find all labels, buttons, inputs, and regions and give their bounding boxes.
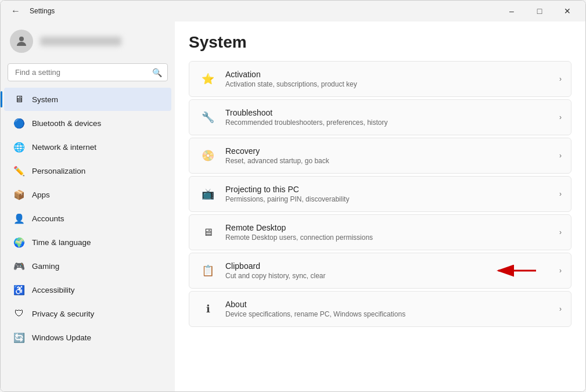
titlebar: ← Settings – □ ✕ [1,1,585,21]
search-box[interactable]: 🔍 [8,63,168,81]
nav-label-time: Time & language [32,238,91,247]
settings-item-activation[interactable]: ⭐ Activation Activation state, subscript… [189,61,571,97]
recovery-chevron: › [559,152,562,160]
search-icon: 🔍 [152,68,162,77]
projecting-desc: Permissions, pairing PIN, discoverabilit… [225,195,551,203]
nav-label-bluetooth: Bluetooth & devices [32,119,101,128]
remotedesktop-text: Remote Desktop Remote Desktop users, con… [225,223,551,242]
recovery-icon: 📀 [199,146,217,165]
troubleshoot-desc: Recommended troubleshooters, preferences… [225,118,551,127]
apps-icon: 📦 [13,189,25,200]
sidebar-item-apps[interactable]: 📦 Apps [4,183,171,206]
nav-list: 🖥 System 🔵 Bluetooth & devices 🌐 Network… [1,87,175,350]
settings-item-about[interactable]: ℹ About Device specifications, rename PC… [189,291,571,327]
sidebar-item-update[interactable]: 🔄 Windows Update [4,326,171,349]
clipboard-desc: Cut and copy history, sync, clear [225,272,551,280]
troubleshoot-chevron: › [559,113,562,121]
clipboard-icon: 📋 [199,261,217,280]
about-text: About Device specifications, rename PC, … [225,300,551,318]
clipboard-title: Clipboard [225,261,551,271]
sidebar-item-personalization[interactable]: ✏️ Personalization [4,159,171,182]
about-title: About [225,300,551,309]
page-title: System [189,33,571,52]
privacy-icon: 🛡 [13,308,25,319]
troubleshoot-title: Troubleshoot [225,108,551,117]
about-desc: Device specifications, rename PC, Window… [225,310,551,318]
accounts-icon: 👤 [13,213,25,224]
projecting-title: Projecting to this PC [225,185,551,194]
sidebar-item-accounts[interactable]: 👤 Accounts [4,207,171,230]
recovery-desc: Reset, advanced startup, go back [225,157,551,165]
about-chevron: › [559,305,562,313]
content-area: 🔍 🖥 System 🔵 Bluetooth & devices 🌐 Netwo… [1,21,585,391]
about-icon: ℹ [199,300,217,318]
search-input[interactable] [8,63,168,81]
gaming-icon: 🎮 [13,260,25,272]
window-title: Settings [30,7,55,15]
nav-label-gaming: Gaming [32,262,59,271]
settings-window: ← Settings – □ ✕ 🔍 [0,0,586,392]
sidebar-item-bluetooth[interactable]: 🔵 Bluetooth & devices [4,112,171,135]
remotedesktop-title: Remote Desktop [225,223,551,232]
troubleshoot-text: Troubleshoot Recommended troubleshooters… [225,108,551,127]
window-controls: – □ ✕ [498,2,581,20]
nav-label-privacy: Privacy & security [32,310,94,318]
recovery-title: Recovery [225,146,551,156]
update-icon: 🔄 [13,332,25,343]
sidebar: 🔍 🖥 System 🔵 Bluetooth & devices 🌐 Netwo… [1,21,175,391]
recovery-text: Recovery Reset, advanced startup, go bac… [225,146,551,165]
activation-title: Activation [225,70,551,79]
settings-item-recovery[interactable]: 📀 Recovery Reset, advanced startup, go b… [189,138,571,174]
clipboard-chevron: › [559,267,562,275]
svg-point-0 [19,37,24,41]
activation-icon: ⭐ [199,70,217,88]
clipboard-text: Clipboard Cut and copy history, sync, cl… [225,261,551,280]
projecting-text: Projecting to this PC Permissions, pairi… [225,185,551,203]
remotedesktop-icon: 🖥 [199,223,217,242]
sidebar-item-time[interactable]: 🌍 Time & language [4,231,171,254]
avatar [10,30,33,53]
settings-item-remotedesktop[interactable]: 🖥 Remote Desktop Remote Desktop users, c… [189,214,571,250]
nav-label-system: System [32,95,58,104]
projecting-chevron: › [559,190,562,198]
activation-text: Activation Activation state, subscriptio… [225,70,551,88]
remotedesktop-desc: Remote Desktop users, connection permiss… [225,233,551,242]
remotedesktop-chevron: › [559,228,562,236]
settings-item-clipboard[interactable]: 📋 Clipboard Cut and copy history, sync, … [189,253,571,289]
user-name [40,37,121,46]
nav-label-apps: Apps [32,190,50,199]
main-content: System ⭐ Activation Activation state, su… [175,21,585,391]
nav-label-accounts: Accounts [32,214,64,223]
user-section [1,21,175,61]
activation-chevron: › [559,75,562,83]
sidebar-item-gaming[interactable]: 🎮 Gaming [4,254,171,278]
nav-label-personalization: Personalization [32,167,85,175]
back-button[interactable]: ← [8,3,24,19]
settings-list: ⭐ Activation Activation state, subscript… [189,61,571,327]
nav-label-update: Windows Update [32,333,91,342]
accessibility-icon: ♿ [13,284,25,296]
troubleshoot-icon: 🔧 [199,108,217,127]
personalization-icon: ✏️ [13,165,25,177]
network-icon: 🌐 [13,141,25,153]
time-icon: 🌍 [13,236,25,248]
sidebar-item-system[interactable]: 🖥 System [4,88,171,111]
projecting-icon: 📺 [199,185,217,203]
minimize-button[interactable]: – [498,2,525,20]
sidebar-item-accessibility[interactable]: ♿ Accessibility [4,278,171,301]
bluetooth-icon: 🔵 [13,117,25,129]
activation-desc: Activation state, subscriptions, product… [225,80,551,88]
nav-label-network: Network & internet [32,143,96,152]
settings-item-projecting[interactable]: 📺 Projecting to this PC Permissions, pai… [189,176,571,212]
system-icon: 🖥 [13,93,25,105]
close-button[interactable]: ✕ [554,2,581,20]
settings-item-troubleshoot[interactable]: 🔧 Troubleshoot Recommended troubleshoote… [189,99,571,135]
maximize-button[interactable]: □ [526,2,553,20]
sidebar-item-privacy[interactable]: 🛡 Privacy & security [4,302,171,325]
nav-label-accessibility: Accessibility [32,286,75,294]
sidebar-item-network[interactable]: 🌐 Network & internet [4,135,171,159]
